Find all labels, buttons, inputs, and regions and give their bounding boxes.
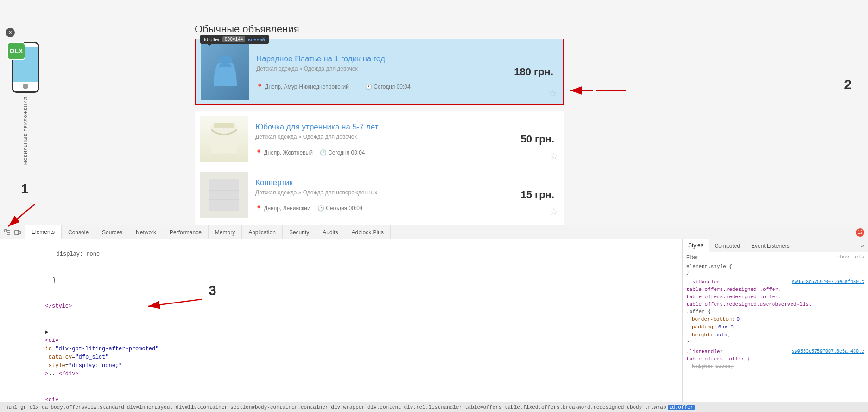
list-handler-source-1[interactable]: sw9553c57597007.6e5af480.c (792, 279, 864, 285)
breadcrumb-list-handler[interactable]: div.rel.listHandler (403, 405, 463, 410)
offer-price-1: 180 грн. (502, 66, 558, 78)
breadcrumb-td-offer[interactable]: td.offer (668, 405, 695, 410)
styles-tab-event-listeners[interactable]: Event Listeners (746, 239, 795, 252)
tab-application[interactable]: Application (242, 225, 283, 239)
highlighted-offer-border: Нарядное Платье на 1 годик на год Детска… (195, 39, 564, 105)
device-toolbar-icon[interactable] (14, 229, 21, 236)
offer-category-1: Детская одежда » Одежда для девочек (256, 65, 502, 72)
prop-height-auto: height: auto; (692, 331, 864, 339)
offer-favorite-star-3[interactable]: ☆ (550, 206, 558, 217)
offer-title-3[interactable]: Конвертик (255, 178, 503, 187)
tooltip-size: 890×144 (222, 36, 245, 42)
styles-tab-styles[interactable]: Styles (683, 239, 709, 252)
offer-time-2: 🕐 Сегодня 00:04 (320, 149, 365, 156)
offer-thumb-1 (201, 44, 249, 100)
elements-panel: display: none } </style> ▶ <div id="div-… (0, 239, 683, 402)
css-props-1: border-bottom: 0; padding: 6px 0; height… (692, 315, 864, 339)
offer-category-3: Детская одежда » Одежда для новорожденны… (255, 189, 503, 196)
breadcrumb-list-container[interactable]: div#listContainer (174, 405, 229, 410)
styles-tab-more[interactable]: » (857, 239, 868, 252)
list-handler-source-2[interactable]: sw9553c57597007.6e5af480.c (792, 349, 864, 354)
selector-extra-3: table.offers.redesigned.userobserved-lis… (686, 301, 864, 308)
tab-audits[interactable]: Audits (316, 225, 345, 239)
main-content-area: ✕ OLX МОБИЛЬНЫЕ ПРИЛОЖЕНИЯ Обычные объяв… (0, 0, 868, 225)
selector-table-offer: table.offers .offer { (686, 355, 864, 363)
devtools-body: display: none } </style> ▶ <div id="div-… (0, 239, 868, 402)
styles-filter-input[interactable] (703, 254, 835, 260)
breadcrumb-tr-wrap[interactable]: tr.wrap (643, 405, 667, 410)
tab-sources[interactable]: Sources (95, 225, 129, 239)
annotation-label-3: 3 (209, 283, 216, 298)
breadcrumb-body-container[interactable]: section#body-container.container (229, 405, 329, 410)
html-line-2[interactable]: } (0, 267, 682, 293)
tab-network[interactable]: Network (129, 225, 163, 239)
offer-favorite-star-1[interactable]: ☆ (549, 88, 557, 99)
offer-meta-2: 📍 Днепр, Жовтневый 🕐 Сегодня 00:04 (255, 149, 503, 156)
offer-item-3[interactable]: Конвертик Детская одежда » Одежда для но… (195, 167, 564, 223)
offer-meta-1: 📍 Днепр, Амур-Нижнеднепровский 🕐 Сегодня… (256, 84, 502, 90)
close-ad-button[interactable]: ✕ (6, 28, 15, 37)
offer-details-2: Юбочка для утренника на 5-7 лет Детская … (255, 122, 503, 156)
offer-item-4[interactable]: Комбоз 40 грн. (195, 220, 564, 225)
html-line-4[interactable]: ▶ <div id="div-gpt-liting-after-promoted… (0, 319, 682, 387)
phone-ad-widget: ✕ OLX МОБИЛЬНЫЕ ПРИЛОЖЕНИЯ (0, 28, 51, 165)
offer-meta-3: 📍 Днепр, Ленинский 🕐 Сегодня 00:04 (255, 205, 503, 212)
list-handler-section-2: .listHandler sw9553c57597007.6e5af480.c … (683, 347, 868, 373)
styles-tab-computed[interactable]: Computed (709, 239, 746, 252)
offer-price-2: 50 грн. (503, 133, 559, 145)
offer-title-1[interactable]: Нарядное Платье на 1 годик на год (256, 54, 502, 64)
html-line-3[interactable]: </style> (0, 293, 682, 319)
selector-extra-2: table.offers.redesigned .offer, (686, 293, 864, 301)
html-line-1[interactable]: display: none (0, 241, 682, 267)
tab-elements[interactable]: Elements (25, 225, 62, 239)
tab-adblock-plus[interactable]: Adblock Plus (345, 225, 391, 239)
svg-rect-1 (211, 125, 237, 153)
breadcrumb-offers-table[interactable]: table#offers_table.fixed.offers.breakwor… (463, 405, 625, 410)
offer-details-1: Нарядное Платье на 1 годик на год Детска… (256, 54, 502, 90)
breadcrumb-bar: html.gr_olx_ua body.offersview.standard … (0, 402, 868, 412)
devtools-panel: Elements Console Sources Network Perform… (0, 225, 868, 412)
breadcrumb-body[interactable]: body.offersview.standard (49, 405, 125, 410)
html-line-5[interactable]: <div id="div-gpt-liting-after-promoted-a… (0, 387, 682, 402)
filter-pseudo-states[interactable]: :hov .cls (837, 254, 864, 260)
svg-rect-3 (209, 179, 239, 211)
svg-rect-6 (5, 230, 7, 232)
css-props-2: height: 130px; (692, 363, 864, 371)
offer-item-1[interactable]: Нарядное Платье на 1 годик на год Детска… (196, 39, 563, 104)
offer-favorite-star-2[interactable]: ☆ (550, 150, 558, 161)
offer-time-1: 🕐 Сегодня 00:04 (365, 84, 411, 90)
list-handler-selector-1: listHandler (686, 279, 720, 285)
offer-title-2[interactable]: Юбочка для утренника на 5-7 лет (255, 122, 503, 132)
tooltip-link: влений (248, 37, 265, 42)
inspect-element-icon[interactable] (4, 229, 11, 236)
offer-location-1: 📍 Днепр, Амур-Нижнеднепровский (256, 84, 349, 90)
offer-details-3: Конвертик Детская одежда » Одежда для но… (255, 178, 503, 212)
devtools-icon-bar (0, 225, 25, 239)
tab-security[interactable]: Security (283, 225, 316, 239)
selector-close-1: } (686, 339, 864, 345)
offer-time-3: 🕐 Сегодня 00:04 (317, 205, 363, 212)
element-style-section: element.style { } (683, 262, 868, 277)
error-badge: 12 (856, 228, 864, 237)
selector-extra-1: table.offers.redesigned .offer, (686, 286, 864, 293)
annotation-label-2: 2 (844, 77, 852, 92)
tab-performance[interactable]: Performance (163, 225, 209, 239)
prop-border-bottom: border-bottom: 0; (692, 315, 864, 323)
svg-rect-2 (214, 123, 234, 128)
tab-console[interactable]: Console (62, 225, 95, 239)
breadcrumb-html[interactable]: html.gr_olx_ua (4, 405, 49, 410)
tab-memory[interactable]: Memory (209, 225, 242, 239)
offer-item-2[interactable]: Юбочка для утренника на 5-7 лет Детская … (195, 111, 564, 167)
list-handler-selector-2: .listHandler (686, 349, 723, 354)
filter-label: Filter (686, 254, 697, 260)
breadcrumb-div-content[interactable]: div.content (366, 405, 403, 410)
mobile-app-label: МОБИЛЬНЫЕ ПРИЛОЖЕНИЯ (22, 97, 29, 165)
section-title: Обычные объявления (195, 23, 299, 35)
breadcrumb-inner-layout[interactable]: div#innerLayout (126, 405, 174, 410)
offer-location-3: 📍 Днепр, Ленинский (255, 205, 310, 212)
svg-rect-11 (19, 231, 20, 234)
devtools-tabs-bar: Elements Console Sources Network Perform… (0, 225, 868, 239)
offer-thumb-3 (200, 172, 248, 218)
breadcrumb-div-wrapper[interactable]: div.wrapper (329, 405, 366, 410)
breadcrumb-tbody[interactable]: tbody (625, 405, 643, 410)
